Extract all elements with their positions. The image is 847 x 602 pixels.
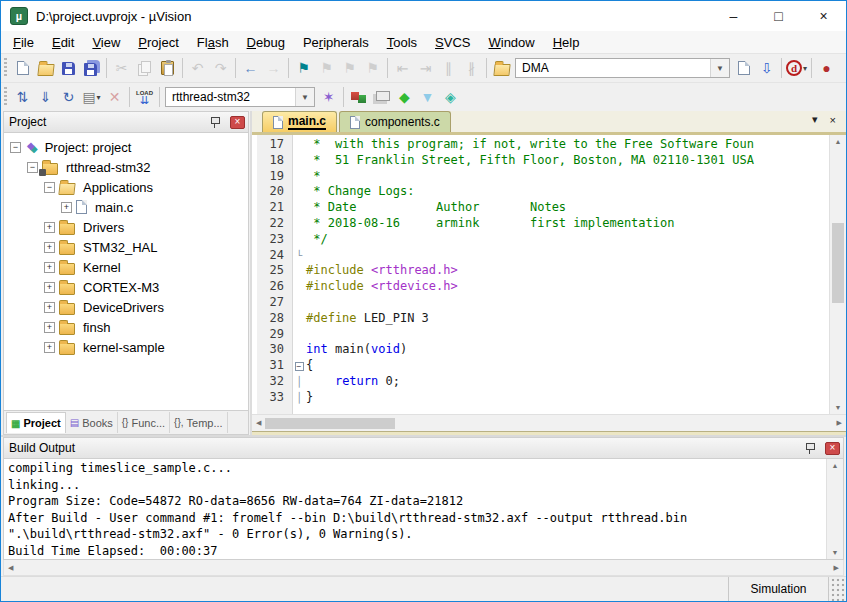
find-in-document-button[interactable] xyxy=(732,56,755,80)
navigate-back-button[interactable]: ← xyxy=(239,56,262,80)
menu-peripherals[interactable]: Peripherals xyxy=(294,33,378,52)
tree-item-project-project[interactable]: −◆Project: project xyxy=(4,137,248,157)
manage-run-time-environment-button[interactable]: ◆ xyxy=(393,85,416,109)
tree-item-drivers[interactable]: +Drivers xyxy=(4,217,248,237)
rebuild-all-button[interactable]: ↻ xyxy=(57,85,80,109)
select-software-packs-button[interactable]: ▼ xyxy=(416,85,439,109)
build-button[interactable]: ⇓ xyxy=(34,85,57,109)
expand-icon[interactable]: + xyxy=(44,242,55,253)
tree-item-rtthread-stm32[interactable]: −rtthread-stm32 xyxy=(4,157,248,177)
incremental-find-button[interactable]: ⇩ xyxy=(755,56,778,80)
tree-item-main-c[interactable]: +main.c xyxy=(4,197,248,217)
tree-item-kernel-sample[interactable]: +kernel-sample xyxy=(4,337,248,357)
menu-window[interactable]: Window xyxy=(479,33,543,52)
scroll-left-icon[interactable]: ◀ xyxy=(8,564,13,572)
find-combo-dropdown-icon[interactable]: ▼ xyxy=(710,59,729,77)
build-output-close-icon[interactable]: × xyxy=(825,442,840,455)
tree-item-stm32-hal[interactable]: +STM32_HAL xyxy=(4,237,248,257)
menu-debug[interactable]: Debug xyxy=(238,33,294,52)
toolbar-grip[interactable] xyxy=(4,58,7,78)
close-button[interactable]: × xyxy=(801,1,846,31)
options-for-target-button[interactable]: ✶ xyxy=(317,85,340,109)
target-combo[interactable]: rtthread-stm32▼ xyxy=(165,87,315,107)
editor-hscroll-thumb[interactable] xyxy=(265,418,395,429)
maximize-button[interactable]: □ xyxy=(756,1,801,31)
menu-view[interactable]: View xyxy=(83,33,129,52)
editor-vscroll-thumb[interactable] xyxy=(832,223,844,303)
expand-icon[interactable]: + xyxy=(44,302,55,313)
tree-item-kernel[interactable]: +Kernel xyxy=(4,257,248,277)
find-combo[interactable]: DMA▼ xyxy=(515,58,730,78)
tab-list-dropdown-icon[interactable]: ▾ xyxy=(812,113,818,126)
batch-build-button[interactable]: ▤▾ xyxy=(80,85,103,109)
navigate-forward-icon: → xyxy=(267,60,281,76)
insert-bookmark-button[interactable]: ⚑ xyxy=(292,56,315,80)
editor-horizontal-scrollbar[interactable]: ◀ ▶ xyxy=(252,414,846,431)
editor-tab-main-c[interactable]: main.c xyxy=(262,111,337,132)
toolbar-separator xyxy=(129,87,130,107)
editor-close-icon[interactable]: × xyxy=(830,114,836,126)
expand-icon[interactable]: + xyxy=(61,202,72,213)
scroll-up-icon[interactable]: ▲ xyxy=(832,462,839,469)
expand-icon[interactable]: + xyxy=(44,342,55,353)
menu-edit[interactable]: Edit xyxy=(43,33,83,52)
paste-button[interactable] xyxy=(156,56,179,80)
translate-file-button[interactable]: ⇅ xyxy=(11,85,34,109)
panel-tab-func[interactable]: {}Func... xyxy=(118,412,170,433)
expand-icon[interactable]: + xyxy=(44,262,55,273)
expand-icon[interactable]: + xyxy=(44,282,55,293)
dropdown-caret-icon[interactable]: ▾ xyxy=(97,93,101,102)
tree-item-finsh[interactable]: +finsh xyxy=(4,317,248,337)
scroll-right-icon[interactable]: ▶ xyxy=(834,564,839,572)
fold-collapse-icon[interactable]: − xyxy=(295,362,304,371)
expand-icon[interactable]: + xyxy=(44,322,55,333)
menu-svcs[interactable]: SVCS xyxy=(426,33,479,52)
resize-grip[interactable] xyxy=(828,577,846,601)
pin-icon[interactable] xyxy=(806,442,815,454)
pin-icon[interactable] xyxy=(211,116,220,128)
target-combo-dropdown-icon[interactable]: ▼ xyxy=(295,88,314,106)
panel-tab-temp[interactable]: {},Temp... xyxy=(170,412,228,433)
start-stop-debug-button[interactable]: d▾ xyxy=(785,56,808,80)
build-output-horizontal-scrollbar[interactable]: ◀ ▶ xyxy=(3,560,844,576)
tree-item-applications[interactable]: −Applications xyxy=(4,177,248,197)
collapse-icon[interactable]: − xyxy=(10,142,21,153)
menu-file[interactable]: File xyxy=(4,33,43,52)
menu-flash[interactable]: Flash xyxy=(188,33,238,52)
dropdown-caret-icon[interactable]: ▾ xyxy=(803,64,807,73)
scroll-left-icon[interactable]: ◀ xyxy=(256,419,261,427)
collapse-icon[interactable]: − xyxy=(44,182,55,193)
tree-item-devicedrivers[interactable]: +DeviceDrivers xyxy=(4,297,248,317)
menu-help[interactable]: Help xyxy=(544,33,589,52)
find-in-files-button[interactable] xyxy=(490,56,513,80)
scroll-right-icon[interactable]: ▶ xyxy=(837,419,842,427)
download-button[interactable]: LOAD⇊ xyxy=(133,85,156,109)
insert-breakpoint-button[interactable]: ● xyxy=(815,56,838,80)
save-all-button[interactable] xyxy=(80,56,103,80)
panel-tab-project[interactable]: ▦Project xyxy=(6,412,66,433)
editor-tab-components-c[interactable]: components.c xyxy=(339,111,451,132)
new-file-button[interactable] xyxy=(11,56,34,80)
project-panel-close-icon[interactable]: × xyxy=(230,116,245,129)
save-button[interactable] xyxy=(57,56,80,80)
build-output-text[interactable]: compiling timeslice_sample.c...linking..… xyxy=(4,459,826,559)
open-file-button[interactable] xyxy=(34,56,57,80)
code-line: 31−{ xyxy=(252,358,829,374)
panel-tab-books[interactable]: ▤Books xyxy=(66,412,118,433)
code-area[interactable]: 17 * with this program; if not, write to… xyxy=(252,135,829,414)
menu-project[interactable]: Project xyxy=(129,33,187,52)
collapse-icon[interactable]: − xyxy=(27,162,38,173)
tree-item-cortex-m3[interactable]: +CORTEX-M3 xyxy=(4,277,248,297)
manage-project-items-button[interactable] xyxy=(347,85,370,109)
scroll-down-icon[interactable]: ▼ xyxy=(835,404,842,411)
build-output-vertical-scrollbar[interactable]: ▲ ▼ xyxy=(826,459,843,559)
minimize-button[interactable]: – xyxy=(711,1,756,31)
editor-vertical-scrollbar[interactable]: ▲ ▼ xyxy=(829,135,846,414)
toolbar-grip[interactable] xyxy=(4,87,7,107)
scroll-up-icon[interactable]: ▲ xyxy=(835,138,842,145)
expand-icon[interactable]: + xyxy=(44,222,55,233)
menu-tools[interactable]: Tools xyxy=(378,33,426,52)
scroll-down-icon[interactable]: ▼ xyxy=(832,549,839,556)
pack-installer-button[interactable]: ◈ xyxy=(439,85,462,109)
file-extensions-button[interactable] xyxy=(370,85,393,109)
